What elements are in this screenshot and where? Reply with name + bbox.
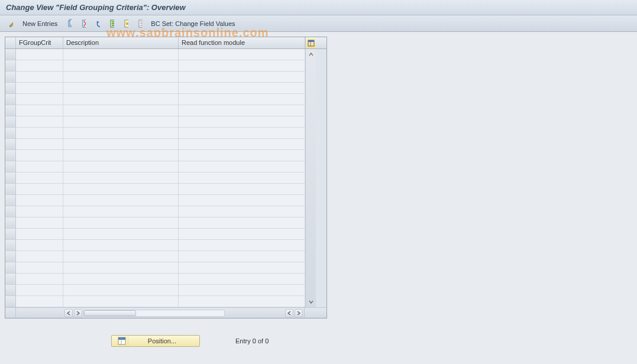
hscroll-1[interactable] (63, 309, 226, 317)
configure-columns-button[interactable] (305, 37, 316, 48)
cell-description[interactable] (63, 49, 179, 60)
hscroll1-track[interactable] (83, 310, 225, 317)
cell-description[interactable] (63, 94, 179, 105)
cell-description[interactable] (63, 285, 179, 296)
cell-fgroupcrit[interactable] (16, 285, 63, 296)
cell-description[interactable] (63, 251, 179, 262)
cell-description[interactable] (63, 116, 179, 128)
row-selector[interactable] (5, 60, 16, 72)
select-all-button[interactable] (106, 18, 118, 30)
cell-read-fm[interactable] (179, 217, 305, 229)
row-selector[interactable] (5, 206, 16, 217)
cell-read-fm[interactable] (179, 49, 305, 60)
cell-description[interactable] (63, 83, 179, 94)
cell-fgroupcrit[interactable] (16, 274, 63, 285)
delete-button[interactable] (77, 18, 89, 30)
row-selector[interactable] (5, 274, 16, 285)
cell-read-fm[interactable] (179, 184, 305, 195)
cell-fgroupcrit[interactable] (16, 229, 63, 240)
cell-read-fm[interactable] (179, 60, 305, 72)
cell-description[interactable] (63, 105, 179, 116)
cell-description[interactable] (63, 72, 179, 83)
cell-read-fm[interactable] (179, 206, 305, 217)
row-selector[interactable] (5, 262, 16, 274)
cell-description[interactable] (63, 262, 179, 274)
cell-description[interactable] (63, 217, 179, 229)
cell-description[interactable] (63, 296, 179, 307)
scroll-down-button[interactable] (307, 298, 315, 306)
cell-read-fm[interactable] (179, 128, 305, 139)
cell-fgroupcrit[interactable] (16, 72, 63, 83)
row-selector[interactable] (5, 150, 16, 161)
cell-fgroupcrit[interactable] (16, 262, 63, 274)
cell-read-fm[interactable] (179, 195, 305, 206)
cell-fgroupcrit[interactable] (16, 60, 63, 72)
hscroll1-left-button[interactable] (64, 309, 73, 317)
new-entries-button[interactable]: New Entries (19, 18, 61, 30)
cell-description[interactable] (63, 150, 179, 161)
row-selector[interactable] (5, 105, 16, 116)
copy-as-button[interactable] (63, 18, 75, 30)
cell-description[interactable] (63, 161, 179, 173)
vertical-scrollbar[interactable] (305, 49, 316, 307)
cell-fgroupcrit[interactable] (16, 105, 63, 116)
cell-read-fm[interactable] (179, 240, 305, 251)
cell-fgroupcrit[interactable] (16, 150, 63, 161)
cell-read-fm[interactable] (179, 285, 305, 296)
cell-description[interactable] (63, 128, 179, 139)
row-selector[interactable] (5, 184, 16, 195)
hscroll1-thumb[interactable] (84, 310, 136, 316)
column-header-description[interactable]: Description (63, 37, 179, 48)
column-header-read-fm[interactable]: Read function module (179, 37, 305, 48)
undo-change-button[interactable] (92, 18, 104, 30)
cell-read-fm[interactable] (179, 173, 305, 184)
row-selector[interactable] (5, 139, 16, 150)
row-selector[interactable] (5, 240, 16, 251)
row-selector[interactable] (5, 128, 16, 139)
cell-read-fm[interactable] (179, 116, 305, 128)
cell-read-fm[interactable] (179, 274, 305, 285)
cell-description[interactable] (63, 274, 179, 285)
cell-read-fm[interactable] (179, 262, 305, 274)
cell-fgroupcrit[interactable] (16, 173, 63, 184)
row-selector[interactable] (5, 285, 16, 296)
column-header-fgroupcrit[interactable]: FGroupCrit (16, 37, 63, 48)
cell-read-fm[interactable] (179, 72, 305, 83)
row-selector[interactable] (5, 72, 16, 83)
cell-fgroupcrit[interactable] (16, 139, 63, 150)
cell-read-fm[interactable] (179, 296, 305, 307)
toggle-display-change-button[interactable] (5, 18, 17, 30)
cell-fgroupcrit[interactable] (16, 83, 63, 94)
cell-read-fm[interactable] (179, 229, 305, 240)
cell-fgroupcrit[interactable] (16, 116, 63, 128)
cell-description[interactable] (63, 173, 179, 184)
row-selector[interactable] (5, 161, 16, 173)
cell-fgroupcrit[interactable] (16, 296, 63, 307)
grid-select-all-corner[interactable] (5, 37, 16, 48)
hscroll2-left-button[interactable] (285, 309, 293, 317)
cell-read-fm[interactable] (179, 105, 305, 116)
row-selector[interactable] (5, 296, 16, 307)
hscroll1-right-button[interactable] (74, 309, 82, 317)
position-button[interactable]: Position... (111, 335, 200, 347)
deselect-all-button[interactable] (134, 18, 146, 30)
cell-description[interactable] (63, 240, 179, 251)
cell-read-fm[interactable] (179, 251, 305, 262)
cell-read-fm[interactable] (179, 94, 305, 105)
cell-fgroupcrit[interactable] (16, 195, 63, 206)
cell-read-fm[interactable] (179, 83, 305, 94)
row-selector[interactable] (5, 195, 16, 206)
cell-description[interactable] (63, 139, 179, 150)
cell-fgroupcrit[interactable] (16, 217, 63, 229)
select-block-button[interactable] (120, 18, 132, 30)
row-selector[interactable] (5, 251, 16, 262)
cell-read-fm[interactable] (179, 139, 305, 150)
cell-read-fm[interactable] (179, 150, 305, 161)
row-selector[interactable] (5, 217, 16, 229)
cell-fgroupcrit[interactable] (16, 128, 63, 139)
row-selector[interactable] (5, 49, 16, 60)
cell-fgroupcrit[interactable] (16, 94, 63, 105)
row-selector[interactable] (5, 116, 16, 128)
cell-description[interactable] (63, 206, 179, 217)
cell-description[interactable] (63, 229, 179, 240)
